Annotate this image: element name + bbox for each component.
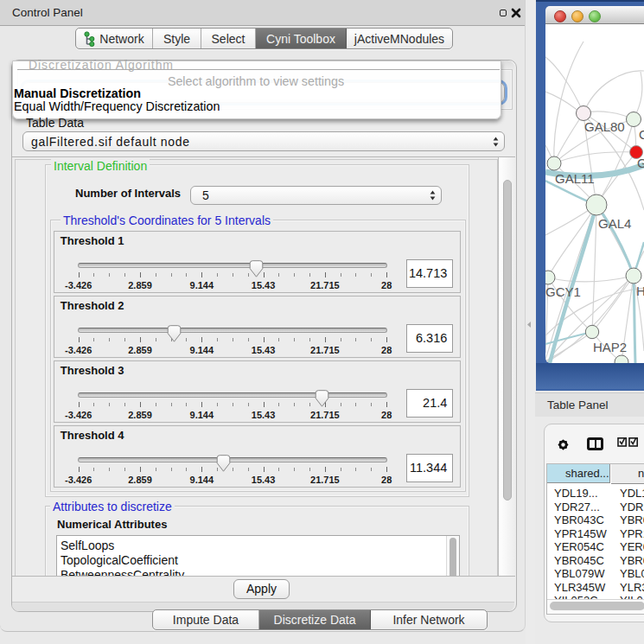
svg-text:H: H (636, 284, 644, 298)
svg-text:GAL80: GAL80 (584, 119, 625, 134)
svg-text:GAL4: GAL4 (598, 216, 631, 231)
svg-text:GA: GA (639, 127, 644, 142)
svg-text:GCY1: GCY1 (545, 284, 581, 299)
svg-text:HAP2: HAP2 (593, 340, 627, 354)
svg-text:GAL11: GAL11 (555, 171, 595, 186)
svg-text:G: G (637, 156, 644, 170)
